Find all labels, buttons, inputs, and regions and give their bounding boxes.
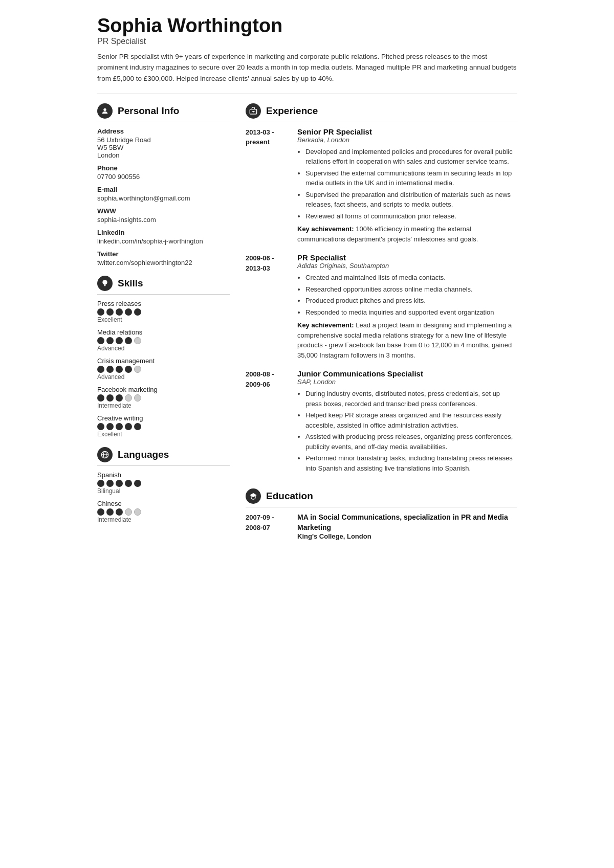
candidate-name: Sophia Worthington	[97, 15, 517, 37]
info-value: 07700 900556	[97, 173, 230, 181]
personal-info-icon	[97, 103, 113, 119]
filled-dot	[106, 308, 114, 316]
exp-content: Senior PR SpecialistBerkadia, LondonDeve…	[297, 127, 517, 244]
exp-job-title: Senior PR Specialist	[297, 127, 517, 136]
exp-bullet: Supervised the preparation and distribut…	[305, 190, 517, 210]
exp-bullet: During industry events, distributed note…	[305, 389, 517, 409]
info-value: twitter.com/sophieworthington22	[97, 259, 230, 266]
info-label: Address	[97, 127, 230, 135]
candidate-summary: Senior PR specialist with 9+ years of ex…	[97, 51, 517, 94]
education-header: Education	[246, 488, 517, 507]
empty-dot	[134, 337, 141, 344]
skill-level: Excellent	[97, 431, 230, 438]
exp-bullet: Researched opportunities across online m…	[305, 284, 517, 295]
skill-dots	[97, 308, 230, 316]
education-section: Education 2007-09 - 2008-07MA in Social …	[246, 488, 517, 540]
exp-company: Adidas Originals, Southampton	[297, 262, 517, 270]
resume-header: Sophia Worthington PR Specialist Senior …	[97, 15, 517, 94]
exp-bullet: Responded to media inquiries and support…	[305, 307, 517, 318]
exp-bullet: Reviewed all forms of communication prio…	[305, 211, 517, 221]
personal-info-header: Personal Info	[97, 103, 230, 122]
exp-company: Berkadia, London	[297, 136, 517, 144]
exp-bullet: Developed and implemented policies and p…	[305, 147, 517, 167]
skill-dots	[97, 423, 230, 430]
main-layout: Personal Info Address56 Uxbridge Road W5…	[97, 103, 517, 548]
empty-dot	[125, 394, 132, 402]
exp-bullet: Created and maintained lists of media co…	[305, 273, 517, 283]
filled-dot	[134, 308, 141, 316]
skill-name: Facebook marketing	[97, 386, 230, 393]
skill-item: Creative writingExcellent	[97, 414, 230, 438]
svg-point-0	[103, 108, 106, 110]
education-title: Education	[266, 491, 313, 502]
info-value: sophia.worthington@gmail.com	[97, 194, 230, 202]
exp-bullets: Developed and implemented policies and p…	[297, 147, 517, 221]
experience-entry: 2008-08 - 2009-06Junior Communications S…	[246, 369, 517, 476]
filled-dot	[97, 394, 104, 402]
info-value: linkedin.com/in/sophia-j-worthington	[97, 237, 230, 245]
exp-content: Junior Communications SpecialistSAP, Lon…	[297, 369, 517, 476]
filled-dot	[106, 480, 114, 487]
education-entry: 2007-09 - 2008-07MA in Social Communicat…	[246, 513, 517, 540]
info-block: WWWsophia-insights.com	[97, 207, 230, 224]
languages-title: Languages	[118, 449, 169, 460]
empty-dot	[134, 394, 141, 402]
skills-title: Skills	[118, 278, 143, 289]
exp-bullets: Created and maintained lists of media co…	[297, 273, 517, 317]
skill-item: Press releasesExcellent	[97, 300, 230, 323]
edu-date: 2007-09 - 2008-07	[246, 513, 289, 540]
exp-date: 2013-03 - present	[246, 127, 289, 244]
skill-item: Media relationsAdvanced	[97, 328, 230, 352]
languages-icon	[97, 447, 113, 462]
exp-content: PR SpecialistAdidas Originals, Southampt…	[297, 253, 517, 360]
skill-item: Facebook marketingIntermediate	[97, 386, 230, 409]
exp-date: 2008-08 - 2009-06	[246, 369, 289, 476]
skill-name: Crisis management	[97, 357, 230, 365]
exp-bullet: Supervised the external communications t…	[305, 168, 517, 188]
filled-dot	[134, 480, 141, 487]
experience-title: Experience	[266, 105, 318, 117]
skills-header: Skills	[97, 276, 230, 295]
skill-level: Advanced	[97, 373, 230, 381]
right-column: Experience 2013-03 - presentSenior PR Sp…	[246, 103, 517, 548]
skill-name: Creative writing	[97, 414, 230, 422]
filled-dot	[97, 480, 104, 487]
skill-dots	[97, 394, 230, 402]
info-value: sophia-insights.com	[97, 216, 230, 224]
language-name: Spanish	[97, 471, 230, 479]
info-block: LinkedInlinkedin.com/in/sophia-j-worthin…	[97, 229, 230, 245]
filled-dot	[125, 337, 132, 344]
languages-list: SpanishBilingualChineseIntermediate	[97, 471, 230, 523]
skill-dots	[97, 480, 230, 487]
info-label: LinkedIn	[97, 229, 230, 236]
info-block: Phone07700 900556	[97, 164, 230, 181]
info-block: Address56 Uxbridge Road W5 5BW London	[97, 127, 230, 159]
filled-dot	[97, 308, 104, 316]
info-label: Twitter	[97, 250, 230, 258]
edu-content: MA in Social Communications, specializat…	[297, 513, 517, 540]
filled-dot	[106, 366, 114, 373]
language-name: Chinese	[97, 500, 230, 507]
skill-dots	[97, 366, 230, 373]
skill-dots	[97, 337, 230, 344]
personal-info-fields: Address56 Uxbridge Road W5 5BW LondonPho…	[97, 127, 230, 266]
experience-entry: 2013-03 - presentSenior PR SpecialistBer…	[246, 127, 517, 244]
language-level: Intermediate	[97, 516, 230, 523]
filled-dot	[116, 423, 123, 430]
language-level: Bilingual	[97, 487, 230, 495]
exp-job-title: PR Specialist	[297, 253, 517, 262]
left-column: Personal Info Address56 Uxbridge Road W5…	[97, 103, 230, 548]
filled-dot	[125, 423, 132, 430]
filled-dot	[97, 366, 104, 373]
exp-date: 2009-06 - 2013-03	[246, 253, 289, 360]
candidate-title: PR Specialist	[97, 37, 517, 46]
skills-icon	[97, 276, 113, 291]
empty-dot	[134, 508, 141, 516]
exp-bullet: Produced product pitches and press kits.	[305, 296, 517, 306]
filled-dot	[116, 366, 123, 373]
filled-dot	[106, 337, 114, 344]
filled-dot	[106, 394, 114, 402]
language-item: SpanishBilingual	[97, 471, 230, 495]
education-entries: 2007-09 - 2008-07MA in Social Communicat…	[246, 513, 517, 540]
exp-bullet: Assisted with producing press releases, …	[305, 432, 517, 452]
